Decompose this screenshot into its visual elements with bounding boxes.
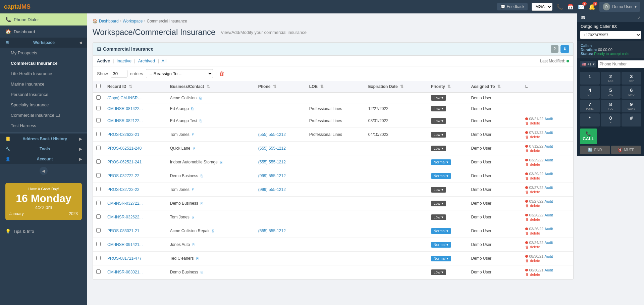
priority-button[interactable]: Low ▾ <box>431 118 446 124</box>
row-checkbox[interactable] <box>96 228 101 233</box>
phone-icon[interactable]: 📞 <box>556 4 563 10</box>
sidebar-item-life-health[interactable]: Life-Health Insurance <box>0 68 87 79</box>
delete-link[interactable]: 🗑 delete <box>525 190 570 194</box>
email-icon[interactable]: ✉️ 3 <box>578 4 585 10</box>
row-checkbox[interactable] <box>96 173 101 177</box>
priority-button[interactable]: Low ▾ <box>431 269 446 275</box>
contact-link-icon[interactable]: ⎘ <box>201 270 203 274</box>
filter-inactive[interactable]: Inactive <box>116 58 131 63</box>
contact-link-icon[interactable]: ⎘ <box>193 146 195 150</box>
filter-archived[interactable]: Archived <box>138 58 155 63</box>
record-id-link[interactable]: PROS-032622-21 <box>107 132 139 137</box>
call-button[interactable]: 📞 CALL <box>580 129 597 144</box>
reassign-select[interactable]: -- Reassign To -- <box>146 69 213 78</box>
alert-icon[interactable]: 🔔 4 <box>589 4 595 10</box>
bulk-delete-button[interactable]: 🗑 <box>219 71 225 77</box>
record-id-link[interactable]: PROS-062521-241 <box>107 160 142 164</box>
phone-number[interactable]: (555) 555-1212 <box>258 228 286 233</box>
delete-link[interactable]: 🗑 delete <box>525 162 570 166</box>
audit-link[interactable]: Audit <box>545 254 553 258</box>
dial-key-6[interactable]: 6MNO <box>622 86 641 98</box>
col-phone[interactable]: Phone ⇅ <box>255 81 306 92</box>
contact-link-icon[interactable]: ⎘ <box>200 119 202 123</box>
contact-link-icon[interactable]: ⎘ <box>192 133 194 137</box>
dial-key-star[interactable]: * <box>580 113 600 126</box>
record-id-link[interactable]: (Copy) CM-INSR-... <box>107 96 143 100</box>
priority-button[interactable]: Normal ▾ <box>431 173 451 179</box>
priority-button[interactable]: Low ▾ <box>431 95 446 101</box>
phone-number[interactable]: (555) 555-1212 <box>258 132 286 137</box>
select-all-checkbox[interactable] <box>96 84 101 88</box>
col-record-id[interactable]: Record ID ⇅ <box>104 81 167 92</box>
audit-link[interactable]: Audit <box>545 199 553 203</box>
record-id-link[interactable]: CM-INSR-081422... <box>107 106 143 111</box>
dial-key-9[interactable]: 9WXYZ <box>622 100 641 112</box>
row-checkbox[interactable] <box>96 106 101 110</box>
sidebar-section-address-book[interactable]: 📒 Address Book / History ▶ <box>0 134 87 144</box>
record-id-link[interactable]: CM-INSR-083021... <box>107 270 143 274</box>
contact-link-icon[interactable]: ⎘ <box>193 243 195 247</box>
priority-button[interactable]: Low ▾ <box>431 132 446 138</box>
filter-active[interactable]: Active <box>97 58 110 63</box>
delete-link[interactable]: 🗑 delete <box>525 231 570 235</box>
contact-link-icon[interactable]: ⎘ <box>220 160 222 164</box>
dial-key-8[interactable]: 8TUV <box>601 100 621 112</box>
audit-link[interactable]: Audit <box>545 131 553 135</box>
priority-button[interactable]: Low ▾ <box>431 146 446 151</box>
col-priority[interactable]: Priority ⇅ <box>428 81 468 92</box>
phone-number[interactable]: (999) 555-1212 <box>258 173 286 178</box>
row-checkbox[interactable] <box>96 187 101 191</box>
row-checkbox[interactable] <box>96 159 101 164</box>
row-checkbox[interactable] <box>96 118 101 122</box>
priority-button[interactable]: Low ▾ <box>431 201 446 206</box>
delete-link[interactable]: 🗑 delete <box>525 245 570 249</box>
sidebar-section-tools[interactable]: 🔧 Tools ▶ <box>0 144 87 154</box>
priority-button[interactable]: Normal ▾ <box>431 256 451 261</box>
dial-key-hash[interactable]: # <box>622 113 641 126</box>
sidebar-item-marine[interactable]: Marine Insurance <box>0 79 87 89</box>
sidebar-item-commercial-insurance[interactable]: Commercial Insurance <box>0 58 87 68</box>
row-checkbox[interactable] <box>96 132 101 136</box>
sidebar-item-commercial-lj[interactable]: Commercial Insurance LJ <box>0 110 87 120</box>
row-checkbox[interactable] <box>96 269 101 274</box>
record-id-link[interactable]: CM-INSR-032622... <box>107 215 143 219</box>
contact-link-icon[interactable]: ⎘ <box>192 215 194 219</box>
delete-link[interactable]: 🗑 delete <box>525 217 570 221</box>
phone-number-input[interactable] <box>598 60 644 68</box>
dial-key-3[interactable]: 3DEF <box>622 72 641 85</box>
dialer-expand-button[interactable]: ⤢ <box>637 15 641 20</box>
dial-key-1[interactable]: 1 <box>580 72 600 85</box>
audit-link[interactable]: Audit <box>545 117 553 121</box>
dial-key-0[interactable]: 0+ <box>601 113 621 126</box>
filter-all[interactable]: All <box>162 58 166 63</box>
dial-key-4[interactable]: 4GHI <box>580 86 600 98</box>
delete-link[interactable]: 🗑 delete <box>525 272 570 276</box>
phone-number[interactable]: (555) 555-1212 <box>258 146 286 151</box>
dial-key-7[interactable]: 7PQRS <box>580 100 600 112</box>
caller-id-select[interactable]: +17027475957 <box>580 31 641 39</box>
dial-key-2[interactable]: 2ABC <box>601 72 621 85</box>
priority-button[interactable]: Normal ▾ <box>431 159 451 165</box>
col-assigned-to[interactable]: Assigned To ⇅ <box>468 81 522 92</box>
col-lob[interactable]: LOB ⇅ <box>306 81 365 92</box>
col-expiration-date[interactable]: Expiration Date ⇅ <box>365 81 428 92</box>
breadcrumb-dashboard[interactable]: Dashboard <box>99 19 119 23</box>
audit-link[interactable]: Audit <box>545 158 553 162</box>
breadcrumb-workspace[interactable]: Workspace <box>123 19 143 23</box>
phone-number[interactable]: (999) 555-1212 <box>258 187 286 192</box>
sidebar-collapse-button[interactable]: ◀ <box>40 167 48 175</box>
row-checkbox[interactable] <box>96 201 101 205</box>
audit-link[interactable]: Audit <box>545 172 553 176</box>
row-checkbox[interactable] <box>96 242 101 246</box>
calendar-icon[interactable]: 📅 <box>567 4 574 10</box>
row-checkbox[interactable] <box>96 95 101 100</box>
record-id-link[interactable]: CM-INSR-091421... <box>107 242 143 247</box>
audit-link[interactable]: Audit <box>545 227 553 231</box>
delete-link[interactable]: 🗑 delete <box>525 204 570 208</box>
contact-link-icon[interactable]: ⎘ <box>212 229 214 233</box>
phone-number[interactable]: (555) 555-1212 <box>258 160 286 164</box>
user-menu-button[interactable]: D Demo User ▾ <box>599 2 640 12</box>
row-checkbox[interactable] <box>96 214 101 219</box>
row-checkbox[interactable] <box>96 146 101 150</box>
contact-link-icon[interactable]: ⎘ <box>201 201 203 205</box>
